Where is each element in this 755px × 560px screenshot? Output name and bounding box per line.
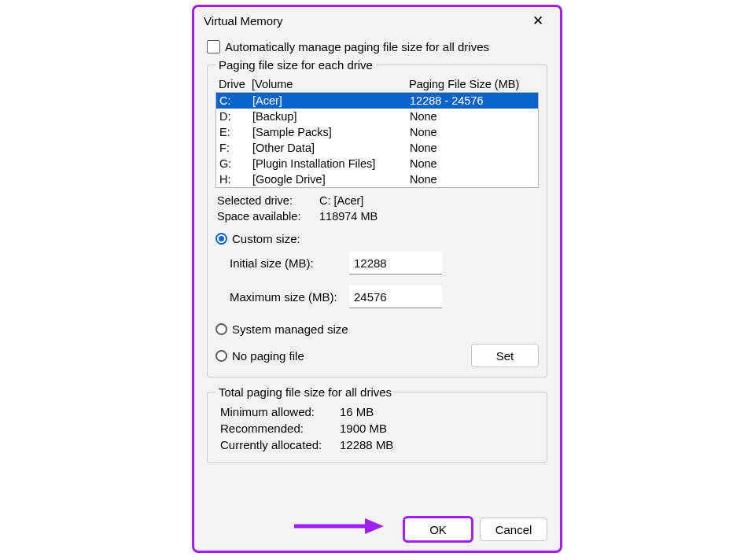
drive-volume: [Sample Packs] xyxy=(252,124,410,140)
auto-manage-row[interactable]: Automatically manage paging file size fo… xyxy=(207,40,547,53)
drive-row[interactable]: F:[Other Data]None xyxy=(216,140,538,156)
minimum-allowed-label: Minimum allowed: xyxy=(220,405,340,418)
close-button[interactable]: ✕ xyxy=(521,9,555,32)
totals-group: Total paging file size for all drives Mi… xyxy=(207,385,547,463)
drive-pfs: None xyxy=(410,124,535,140)
initial-size-input[interactable] xyxy=(349,252,442,274)
drive-pfs: None xyxy=(410,171,535,187)
selected-drive-value: C: [Acer] xyxy=(319,194,363,207)
cancel-button[interactable]: Cancel xyxy=(480,518,547,541)
auto-manage-checkbox[interactable] xyxy=(207,40,220,53)
set-button[interactable]: Set xyxy=(471,344,539,367)
no-paging-option[interactable]: No paging file xyxy=(215,349,471,363)
initial-size-label: Initial size (MB): xyxy=(230,256,349,270)
drive-volume: [Acer] xyxy=(252,93,410,109)
drive-letter: C: xyxy=(219,93,252,109)
dialog-body: Automatically manage paging file size fo… xyxy=(194,34,560,513)
recommended-label: Recommended: xyxy=(220,422,340,435)
space-available-label: Space available: xyxy=(217,210,319,223)
selected-drive-row: Selected drive: C: [Acer] xyxy=(215,194,539,207)
system-managed-radio[interactable] xyxy=(215,323,227,335)
titlebar: Virtual Memory ✕ xyxy=(194,7,560,34)
drive-list-header: Drive [Volume Paging File Size (MB) xyxy=(215,76,539,90)
drive-row[interactable]: D:[Backup]None xyxy=(216,109,538,124)
drive-volume: [Other Data] xyxy=(252,140,410,156)
drive-row[interactable]: E:[Sample Packs]None xyxy=(216,124,538,140)
header-drive: Drive xyxy=(219,78,252,90)
currently-allocated-label: Currently allocated: xyxy=(220,438,340,451)
recommended-row: Recommended: 1900 MB xyxy=(215,420,539,437)
initial-size-row: Initial size (MB): xyxy=(215,252,539,274)
maximum-size-row: Maximum size (MB): xyxy=(215,286,539,308)
drive-letter: D: xyxy=(219,109,252,124)
space-available-row: Space available: 118974 MB xyxy=(215,210,539,223)
virtual-memory-dialog: Virtual Memory ✕ Automatically manage pa… xyxy=(192,5,562,553)
close-icon: ✕ xyxy=(532,13,543,29)
drive-letter: H: xyxy=(219,171,252,187)
space-available-value: 118974 MB xyxy=(319,210,378,223)
auto-manage-label: Automatically manage paging file size fo… xyxy=(225,40,489,53)
maximum-size-label: Maximum size (MB): xyxy=(230,290,349,304)
system-managed-option[interactable]: System managed size xyxy=(215,322,539,336)
custom-size-radio[interactable] xyxy=(215,233,227,245)
currently-allocated-row: Currently allocated: 12288 MB xyxy=(215,437,539,453)
totals-legend: Total paging file size for all drives xyxy=(215,385,395,399)
system-managed-label: System managed size xyxy=(232,322,348,336)
selected-drive-label: Selected drive: xyxy=(217,194,319,207)
minimum-allowed-value: 16 MB xyxy=(340,405,374,418)
drive-letter: G: xyxy=(219,156,252,171)
drive-pfs: 12288 - 24576 xyxy=(410,93,535,109)
custom-size-label: Custom size: xyxy=(232,232,300,245)
maximum-size-input[interactable] xyxy=(349,286,442,308)
paging-file-size-group: Paging file size for each drive Drive [V… xyxy=(207,58,547,378)
currently-allocated-value: 12288 MB xyxy=(340,438,393,451)
custom-size-option[interactable]: Custom size: xyxy=(215,232,539,245)
dialog-footer: OK Cancel xyxy=(194,513,560,551)
drive-volume: [Backup] xyxy=(252,109,410,124)
header-pfs: Paging File Size (MB) xyxy=(409,78,536,90)
paging-group-legend: Paging file size for each drive xyxy=(215,58,376,72)
drive-letter: F: xyxy=(219,140,252,156)
drive-row[interactable]: G:[Plugin Installation Files]None xyxy=(216,156,538,171)
drive-pfs: None xyxy=(410,140,535,156)
no-paging-radio[interactable] xyxy=(215,350,227,362)
drive-list[interactable]: C:[Acer]12288 - 24576D:[Backup]NoneE:[Sa… xyxy=(215,92,539,188)
drive-pfs: None xyxy=(410,156,535,171)
drive-letter: E: xyxy=(219,124,252,140)
drive-pfs: None xyxy=(410,109,535,124)
window-title: Virtual Memory xyxy=(204,14,521,28)
minimum-allowed-row: Minimum allowed: 16 MB xyxy=(215,403,539,420)
drive-volume: [Plugin Installation Files] xyxy=(252,156,410,171)
drive-row[interactable]: H:[Google Drive]None xyxy=(216,171,538,187)
no-paging-label: No paging file xyxy=(232,349,304,363)
recommended-value: 1900 MB xyxy=(340,422,387,435)
no-paging-row: No paging file Set xyxy=(215,344,539,367)
drive-row[interactable]: C:[Acer]12288 - 24576 xyxy=(216,93,538,109)
drive-volume: [Google Drive] xyxy=(252,171,410,187)
header-volume: [Volume xyxy=(252,78,409,90)
ok-button[interactable]: OK xyxy=(404,518,472,541)
